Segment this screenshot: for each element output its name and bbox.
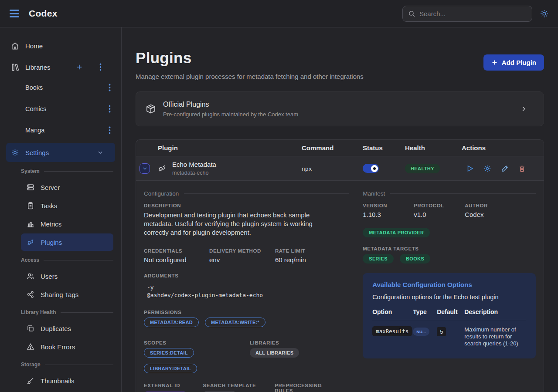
delivery-method-value: env — [209, 256, 261, 264]
sidebar-section-system: System — [21, 168, 113, 174]
sidebar-item-tasks[interactable]: Tasks — [21, 197, 113, 214]
collapse-row-button[interactable] — [140, 163, 150, 174]
sidebar-item-label: Tasks — [41, 202, 57, 210]
scope-badge: SERIES:DETAIL — [144, 348, 194, 358]
run-plugin-icon[interactable] — [466, 165, 474, 172]
header-plugin: Plugin — [136, 144, 302, 152]
sidebar-section-library-health: Library Health — [21, 309, 113, 315]
sidebar-item-home[interactable]: Home — [6, 36, 115, 55]
delivery-method-label: DELIVERY METHOD — [209, 248, 261, 253]
plugin-name: Echo Metadata — [172, 161, 216, 168]
sidebar-item-metrics[interactable]: Metrics — [21, 215, 113, 233]
plugin-id: metadata-echo — [172, 170, 216, 176]
official-plugins-title: Official Plugins — [163, 101, 298, 108]
configuration-section-label: Configuration — [144, 190, 179, 197]
sidebar-item-thumbnails[interactable]: Thumbnails — [21, 372, 113, 389]
books-kebab-icon[interactable] — [109, 84, 111, 91]
options-table-row: maxResults NU... 5 Maximum number of res… — [372, 320, 526, 347]
sidebar-item-server[interactable]: Server — [21, 179, 113, 196]
sidebar-item-label: Metrics — [41, 220, 61, 228]
sidebar-item-label: Plugins — [41, 239, 62, 246]
sidebar-section-storage: Storage — [21, 362, 113, 368]
libraries-badge: ALL LIBRARIES — [250, 348, 299, 358]
metadata-target-badge: BOOKS — [400, 254, 430, 264]
sidebar-item-label: Libraries — [25, 64, 69, 71]
sidebar-item-label: Thumbnails — [41, 377, 75, 385]
search-icon — [408, 10, 415, 17]
scopes-label: SCOPES — [144, 340, 250, 345]
libraries-kebab-icon[interactable] — [96, 63, 105, 71]
scope-badge: LIBRARY:DETAIL — [144, 364, 197, 373]
options-table-header: Option Type Default Description — [372, 308, 526, 320]
library-icon — [10, 63, 19, 71]
health-badge: HEALTHY — [405, 164, 440, 173]
metadata-targets-label: METADATA TARGETS — [363, 246, 536, 251]
sidebar-item-book-errors[interactable]: Book Errors — [21, 338, 113, 355]
sidebar-item-books[interactable]: Books — [6, 79, 115, 96]
edit-plugin-icon[interactable] — [501, 165, 509, 172]
sidebar-item-libraries[interactable]: Libraries — [6, 57, 115, 77]
delete-plugin-icon[interactable] — [518, 165, 526, 172]
sidebar-item-sharing-tags[interactable]: Sharing Tags — [21, 286, 113, 303]
sidebar-item-users[interactable]: Users — [21, 267, 113, 285]
permission-badge: METADATA:READ — [144, 318, 199, 327]
add-library-icon[interactable] — [75, 64, 84, 71]
sidebar-item-label: Manga — [25, 127, 109, 134]
package-icon — [146, 104, 156, 114]
sidebar-item-label: Home — [25, 42, 111, 50]
manifest-section-label: Manifest — [363, 190, 385, 197]
menu-icon[interactable] — [10, 10, 19, 17]
sidebar: Home Libraries Books Comics — [0, 27, 122, 392]
config-options-subtitle: Configuration options for the Echo test … — [372, 294, 526, 301]
configuration-section: Configuration DESCRIPTION Development an… — [144, 187, 349, 392]
metadata-target-badge: SERIES — [363, 254, 394, 264]
add-plugin-button[interactable]: Add Plugin — [483, 54, 544, 71]
config-options-title: Available Configuration Options — [372, 281, 526, 288]
sidebar-item-manga[interactable]: Manga — [6, 122, 115, 139]
sidebar-item-label: Book Errors — [41, 343, 75, 351]
gear-icon — [10, 149, 19, 157]
search-input[interactable] — [419, 10, 527, 17]
option-type-badge: NU... — [413, 328, 429, 336]
server-icon — [26, 183, 34, 191]
option-name: maxResults — [372, 326, 412, 336]
bar-chart-icon — [26, 220, 34, 228]
protocol-value: v1.0 — [414, 211, 451, 218]
official-plugins-card[interactable]: Official Plugins Pre-configured plugins … — [136, 91, 544, 126]
plugin-detail-panel: Configuration DESCRIPTION Development an… — [136, 181, 544, 392]
sidebar-item-page-cache[interactable]: PDF Page Cache — [21, 390, 113, 392]
sidebar-item-comics[interactable]: Comics — [6, 100, 115, 118]
copy-icon — [26, 324, 34, 332]
manga-kebab-icon[interactable] — [109, 126, 111, 134]
page-title: Plugins — [136, 49, 364, 67]
table-row: Echo Metadata metadata-echo npx HEALTHY — [136, 156, 544, 181]
option-description: Maximum number of results to return for … — [464, 326, 526, 347]
description-text: Development and testing plugin that echo… — [144, 211, 333, 237]
sidebar-item-settings[interactable]: Settings — [6, 143, 115, 162]
warning-icon — [26, 343, 34, 351]
libraries-label: LIBRARIES — [250, 340, 299, 345]
sidebar-item-duplicates[interactable]: Duplicates — [21, 320, 113, 337]
theme-toggle-sun-icon[interactable] — [540, 10, 548, 18]
credentials-value: Not configured — [144, 256, 195, 264]
official-plugins-subtitle: Pre-configured plugins maintained by the… — [163, 111, 298, 118]
arguments-label: ARGUMENTS — [144, 273, 349, 278]
comics-kebab-icon[interactable] — [109, 105, 111, 113]
sidebar-item-label: Comics — [25, 105, 109, 112]
clipboard-icon — [26, 202, 34, 210]
permissions-label: PERMISSIONS — [144, 310, 349, 315]
sidebar-item-plugins[interactable]: Plugins — [21, 233, 113, 251]
permission-badge: METADATA:WRITE:* — [205, 318, 265, 327]
sidebar-item-label: Duplicates — [41, 325, 71, 332]
rate-limit-value: 60 req/min — [275, 256, 327, 264]
search-box[interactable] — [402, 6, 532, 22]
sidebar-item-label: Sharing Tags — [41, 291, 78, 298]
description-label: DESCRIPTION — [144, 203, 349, 208]
enabled-toggle[interactable] — [363, 164, 379, 173]
plus-icon — [491, 59, 498, 66]
sidebar-section-access: Access — [21, 257, 113, 263]
configure-plugin-icon[interactable] — [483, 165, 491, 172]
paintbrush-icon — [26, 377, 34, 385]
protocol-label: PROTOCOL — [414, 203, 451, 208]
option-default: 5 — [437, 327, 446, 336]
